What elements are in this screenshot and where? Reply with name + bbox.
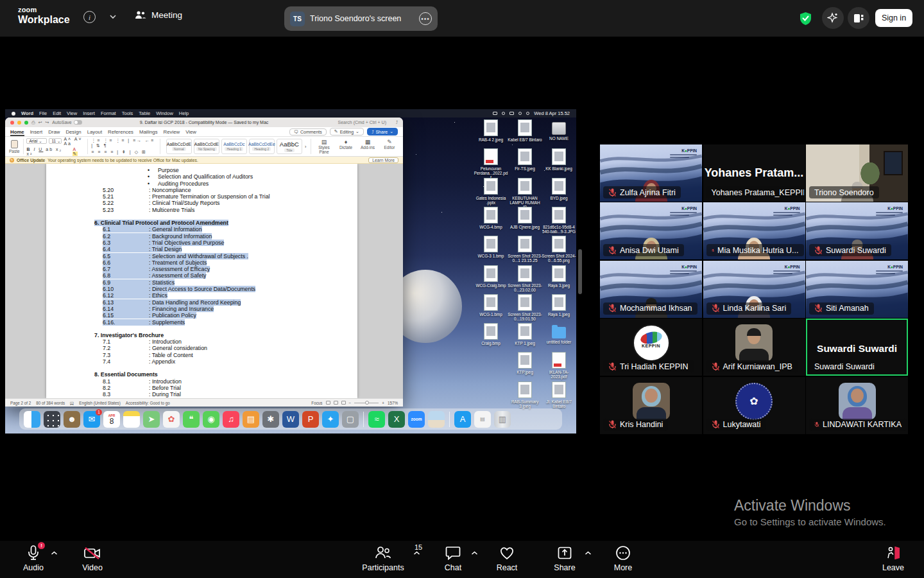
- participant-tile[interactable]: Yohanes Pratam...Yohanes Pratama_KEPPIN: [703, 144, 805, 202]
- ribbon-tab-review[interactable]: Review: [164, 129, 180, 135]
- alignment-buttons[interactable]: ≡ ≡ ≡ ≡ | ⇞ | ◇ ⊞: [91, 150, 147, 155]
- desktop-icon[interactable]: RAB-4 2.jpeg: [474, 119, 508, 142]
- desktop-icon[interactable]: Gates Indonesia .pptx: [474, 178, 508, 205]
- zoom-out-button[interactable]: −: [349, 401, 352, 405]
- wifi-icon[interactable]: [509, 112, 514, 115]
- desktop-icon[interactable]: Raya 3.jpeg: [542, 265, 576, 288]
- audio-options-chevron[interactable]: [51, 551, 58, 556]
- chat-button[interactable]: Chat: [424, 545, 482, 572]
- desktop-icon[interactable]: Peluncuran Perdana...2022.pdf: [474, 148, 508, 180]
- macos-menu-tools[interactable]: Tools: [122, 110, 133, 116]
- paste-button[interactable]: Paste: [9, 140, 20, 153]
- maximize-window-button[interactable]: [24, 121, 28, 125]
- bluetooth-icon[interactable]: [502, 112, 505, 115]
- document-page[interactable]: •Purpose•Selection and Qualification of …: [46, 164, 357, 398]
- dock-icon-music[interactable]: ♫: [223, 411, 239, 428]
- word-count[interactable]: 80 of 384 words: [36, 401, 65, 405]
- ribbon-tab-home[interactable]: Home: [10, 129, 24, 135]
- desktop-icon[interactable]: KTP.jpeg: [508, 352, 542, 374]
- redo-icon[interactable]: ↪: [45, 120, 49, 125]
- macos-menu-help[interactable]: Help: [179, 110, 189, 116]
- desktop-icon[interactable]: Jl. Kabel E8/7 Bintaro: [542, 381, 576, 408]
- participant-tile[interactable]: Kris Handini: [600, 377, 702, 434]
- macos-menu-format[interactable]: Format: [101, 110, 116, 116]
- audio-button[interactable]: ! Audio: [4, 545, 62, 572]
- editing-mode-dropdown[interactable]: ✎Editing ⌄: [330, 128, 364, 136]
- macos-menu-edit[interactable]: Edit: [53, 110, 61, 116]
- ribbon-tab-references[interactable]: References: [108, 129, 133, 135]
- more-button[interactable]: More: [594, 545, 652, 572]
- participant-tile[interactable]: Triono Soendoro: [806, 144, 908, 202]
- view-mode-icon-1[interactable]: [326, 401, 330, 405]
- close-window-button[interactable]: [10, 121, 14, 125]
- font-grow-shrink-buttons[interactable]: A˄ A˅ Aa: [64, 137, 84, 146]
- desktop-icon[interactable]: 821d6c1c-95d8-4 540-bab...9-3.JPG: [542, 207, 576, 234]
- leave-button[interactable]: Leave: [864, 545, 922, 572]
- ribbon-tool-dictate[interactable]: ♦Dictate: [336, 139, 355, 154]
- undo-icon[interactable]: ↩: [38, 120, 42, 125]
- participants-button[interactable]: 15 Participants: [354, 545, 412, 572]
- view-layout-button[interactable]: [848, 7, 869, 29]
- desktop-icon[interactable]: IKLAN-TA-2023.pdf: [542, 352, 576, 379]
- focus-button[interactable]: Focus: [311, 401, 322, 405]
- proofing-icon[interactable]: 🕮: [70, 401, 74, 405]
- style-heading-2[interactable]: AaBbCcDdEeHeading 2: [249, 139, 275, 154]
- macos-menu-word[interactable]: Word: [21, 110, 33, 116]
- video-button[interactable]: Video: [64, 545, 121, 572]
- gallery-scrollbar[interactable]: [578, 249, 582, 294]
- macos-menu-window[interactable]: Window: [156, 110, 173, 116]
- style-no-spacing[interactable]: AaBbCcDdENo Spacing: [194, 139, 219, 154]
- ribbon-tab-design[interactable]: Design: [65, 129, 81, 135]
- dock-icon-calendar[interactable]: APR8: [103, 411, 120, 428]
- zoom-in-button[interactable]: +: [382, 401, 384, 405]
- dock-icon-contacts[interactable]: ☻: [64, 411, 80, 428]
- ribbon-tab-mailings[interactable]: Mailings: [139, 129, 158, 135]
- dock-icon-books[interactable]: ▤: [243, 411, 259, 428]
- style-normal[interactable]: AaBbCcDdENormal: [166, 139, 192, 154]
- chat-options-chevron[interactable]: [471, 551, 478, 556]
- ribbon-tab-view[interactable]: View: [185, 129, 196, 135]
- dock-icon-spotify[interactable]: ≈: [368, 411, 385, 428]
- desktop-icon[interactable]: RAB-Summary 3.jpeg: [508, 381, 542, 408]
- dock-icon-app-store[interactable]: A: [454, 411, 471, 428]
- desktop-icon[interactable]: AJB Cjnere.jpeg: [508, 207, 542, 229]
- dock-icon-excel[interactable]: X: [388, 411, 405, 428]
- desktop-icon[interactable]: KEBUTUHAN LAMPU RUMAH IB: [508, 178, 542, 209]
- desktop-icon[interactable]: WCG-3 1.bmp: [474, 236, 508, 258]
- share-document-button[interactable]: ⤴Share ⌄: [367, 128, 398, 136]
- desktop-icon[interactable]: Screen Shot 2023-0...23.02.00: [508, 265, 542, 292]
- share-screen-button[interactable]: Share: [536, 545, 594, 572]
- dock-icon-settings[interactable]: ✱: [262, 411, 279, 428]
- page-indicator[interactable]: Page 2 of 2: [10, 401, 31, 405]
- macos-menu-view[interactable]: View: [67, 110, 77, 116]
- macos-menu-file[interactable]: File: [39, 110, 47, 116]
- participant-tile[interactable]: K●PPINSiti Amanah: [806, 261, 908, 318]
- font-color-buttons[interactable]: A ✎: [73, 147, 84, 157]
- share-doc-icon[interactable]: ⤴: [396, 120, 398, 125]
- desktop-icon[interactable]: WCG-4.bmp: [474, 207, 508, 229]
- list-buttons[interactable]: ⋮≡ ⋮≡ ⋮≡ | ≡→ ←≡ | ⇅ ¶: [91, 138, 157, 148]
- macos-menu-table[interactable]: Table: [139, 110, 150, 116]
- style-title[interactable]: AaBbCTitle: [277, 139, 302, 154]
- dock-icon-roblox[interactable]: ▢: [342, 411, 359, 428]
- participant-tile[interactable]: ✿Lukytawati: [703, 377, 805, 434]
- comments-button[interactable]: 🗨Comments: [289, 128, 327, 136]
- spotlight-icon[interactable]: [518, 112, 522, 115]
- participant-tile[interactable]: K●PPINMochammad Ikhsan: [600, 261, 702, 318]
- desktop-icon[interactable]: Raya 1.jpeg: [542, 294, 576, 317]
- dock-icon-mail[interactable]: ✉1: [83, 411, 100, 428]
- dock-icon-powerpoint[interactable]: P: [302, 411, 319, 428]
- dock-icon-finder[interactable]: [24, 411, 40, 428]
- desktop-icon[interactable]: Kabel E8/7 Bintaro: [508, 119, 542, 142]
- style-heading-1[interactable]: AaBbCcDcHeading 1: [221, 139, 247, 154]
- dock-icon-trash[interactable]: ▥: [494, 411, 511, 428]
- chevron-down-icon[interactable]: [109, 14, 117, 19]
- ribbon-tool-styles-pane[interactable]: ▤Styles Pane: [314, 139, 334, 154]
- ribbon-tool-editor[interactable]: ✎Editor: [380, 139, 399, 154]
- accessibility-status[interactable]: Accessibility: Good to go: [126, 401, 170, 405]
- dock-icon-word[interactable]: W: [282, 411, 299, 428]
- ai-companion-button[interactable]: [822, 7, 844, 29]
- desktop-icon[interactable]: KTP 1.jpeg: [508, 323, 542, 346]
- view-mode-icon-3[interactable]: [341, 401, 346, 405]
- participants-options-chevron[interactable]: [413, 551, 420, 556]
